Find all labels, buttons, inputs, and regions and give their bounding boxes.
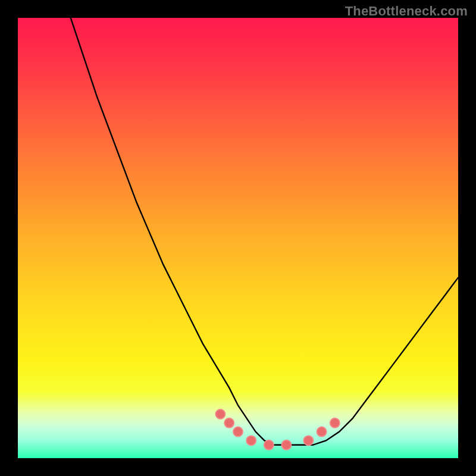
valley-dot: [233, 427, 243, 437]
valley-dot: [246, 436, 256, 445]
chart-frame: TheBottleneck.com: [0, 0, 476, 476]
valley-dot: [281, 440, 291, 450]
bottleneck-curve: [71, 18, 458, 445]
valley-dot: [215, 409, 225, 419]
valley-dot: [264, 440, 274, 450]
valley-dot: [317, 427, 327, 437]
valley-dot: [303, 436, 313, 445]
curve-layer: [18, 18, 458, 458]
plot-area: [18, 18, 458, 458]
watermark-text: TheBottleneck.com: [345, 4, 468, 19]
valley-dot: [224, 418, 234, 428]
valley-dot: [330, 418, 340, 428]
valley-markers: [215, 409, 339, 450]
